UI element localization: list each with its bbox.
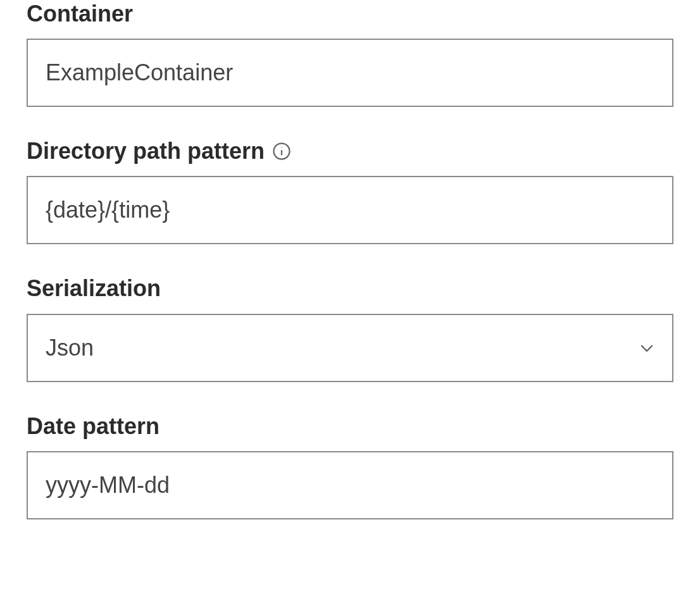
date-pattern-field-group: Date pattern [27,413,673,519]
date-pattern-input[interactable] [27,451,673,519]
serialization-select[interactable]: Json [27,314,673,382]
serialization-label: Serialization [27,275,161,302]
directory-path-pattern-label: Directory path pattern [27,137,265,165]
directory-path-pattern-label-row: Directory path pattern [27,137,673,165]
container-field-group: Container [27,0,673,107]
container-label-row: Container [27,0,673,27]
container-label: Container [27,0,133,27]
serialization-select-wrapper: Json [27,314,673,382]
directory-path-pattern-input[interactable] [27,176,673,244]
directory-path-pattern-field-group: Directory path pattern [27,137,673,244]
date-pattern-label: Date pattern [27,413,159,440]
date-pattern-label-row: Date pattern [27,413,673,440]
serialization-field-group: Serialization Json [27,275,673,382]
info-icon[interactable] [272,142,291,161]
container-input[interactable] [27,39,673,107]
serialization-label-row: Serialization [27,275,673,302]
svg-point-2 [281,147,282,148]
